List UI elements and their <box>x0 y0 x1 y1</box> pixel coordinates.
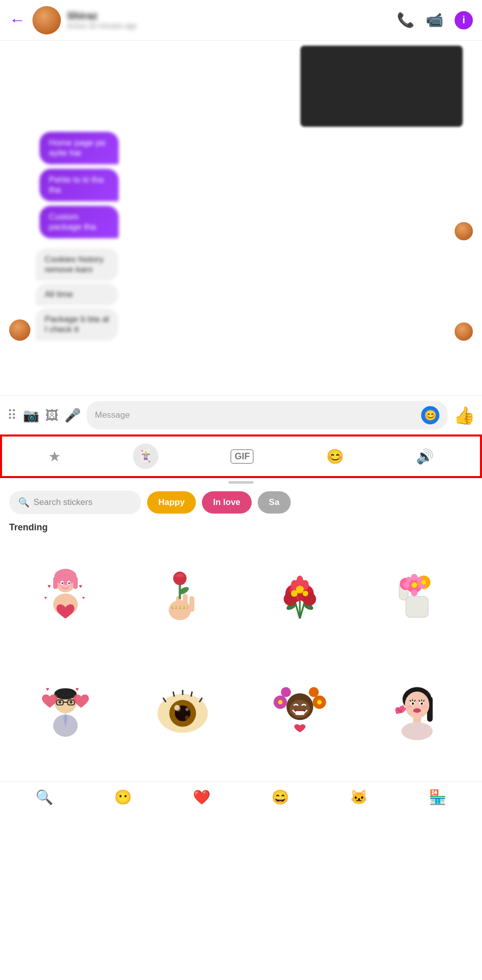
sticker-item[interactable] <box>126 657 238 769</box>
outgoing-message: Home page pe ayite hai <box>40 132 118 164</box>
gif-button[interactable]: GIF <box>230 449 254 464</box>
sticker-item[interactable] <box>244 657 356 769</box>
svg-rect-85 <box>295 711 304 715</box>
message-placeholder: Message <box>95 410 417 420</box>
svg-text:♥: ♥ <box>82 595 85 600</box>
svg-text:♥: ♥ <box>44 595 47 600</box>
sticker-panel: 🔍 Search stickers Happy In love Sa Trend… <box>0 484 482 781</box>
outgoing-message: Custom package tha <box>40 206 118 238</box>
message-input-box[interactable]: Message 😊 <box>87 401 447 429</box>
grid-icon[interactable]: ⠿ <box>7 408 17 423</box>
svg-rect-18 <box>183 594 188 611</box>
nav-heart-icon[interactable]: ❤️ <box>193 789 211 806</box>
favorites-star-icon[interactable]: ★ <box>48 448 61 465</box>
nav-store-icon[interactable]: 🏪 <box>429 789 446 806</box>
outgoing-avatar <box>455 222 473 240</box>
svg-point-59 <box>421 580 426 585</box>
svg-point-66 <box>70 701 73 704</box>
sticker-grid: ♥ ♥ ♥ ♥ <box>9 540 473 652</box>
incoming-message: Package b bta al I check it <box>36 308 118 341</box>
svg-rect-4 <box>73 576 78 589</box>
sticker-search-box[interactable]: 🔍 Search stickers <box>9 491 141 514</box>
incoming-message: All time <box>36 283 118 306</box>
svg-point-65 <box>58 701 61 704</box>
svg-point-100 <box>421 702 423 704</box>
thumbs-up-button[interactable]: 👍 <box>454 405 475 425</box>
svg-point-77 <box>185 708 189 711</box>
contact-info: Shiraz Active 29 minutes ago <box>67 10 397 30</box>
svg-point-56 <box>406 576 411 582</box>
sticker-item[interactable] <box>361 540 473 652</box>
svg-rect-19 <box>189 596 194 612</box>
incoming-avatar <box>9 319 30 341</box>
sticker-item[interactable] <box>244 540 356 652</box>
svg-point-11 <box>69 584 74 587</box>
nav-cat-icon[interactable]: 🐱 <box>350 789 368 806</box>
nav-search-icon[interactable]: 🔍 <box>36 789 53 806</box>
chat-area: Home page pe ayite hai Pehle to ki tha t… <box>0 41 482 395</box>
svg-point-99 <box>411 702 414 704</box>
sticker-toolbar: ★ 🃏 GIF 😊 🔊 <box>0 434 482 478</box>
contact-name[interactable]: Shiraz <box>67 10 397 22</box>
sticker-item[interactable]: ♥ ♥ <box>9 657 121 769</box>
gallery-icon[interactable]: 🖼 <box>45 408 58 423</box>
category-happy[interactable]: Happy <box>147 491 196 514</box>
camera-icon[interactable]: 📷 <box>23 408 39 423</box>
svg-point-91 <box>317 700 322 704</box>
outgoing-message: Pehle to ki tha tha <box>40 169 118 201</box>
svg-text:♥: ♥ <box>47 583 51 589</box>
sticker-item[interactable]: 💕 <box>361 657 473 769</box>
svg-point-52 <box>410 574 417 580</box>
sticker-search-icon: 🔍 <box>18 497 29 508</box>
svg-point-45 <box>296 586 303 593</box>
chat-header: ← Shiraz Active 29 minutes ago 📞 📹 i <box>0 0 482 41</box>
messages-container: Home page pe ayite hai Pehle to ki tha t… <box>0 127 482 346</box>
svg-point-58 <box>411 582 417 588</box>
emoji-button[interactable]: 😊 <box>421 406 439 424</box>
svg-point-89 <box>308 687 319 697</box>
svg-point-107 <box>406 705 412 708</box>
contact-status: Active 29 minutes ago <box>67 22 397 30</box>
svg-point-28 <box>176 605 180 609</box>
incoming-message-group: Cookies history remove karo All time Pac… <box>9 248 473 341</box>
nav-sticker-icon[interactable]: 😶 <box>114 789 132 806</box>
category-inlove[interactable]: In love <box>202 491 252 514</box>
back-button[interactable]: ← <box>9 11 25 29</box>
svg-text:♥: ♥ <box>46 686 49 692</box>
svg-point-29 <box>180 605 184 609</box>
svg-point-96 <box>401 722 433 740</box>
category-sad[interactable]: Sa <box>258 491 291 514</box>
phone-icon[interactable]: 📞 <box>397 12 415 28</box>
info-button[interactable]: i <box>455 11 473 29</box>
svg-point-8 <box>61 582 63 584</box>
input-bar: ⠿ 📷 🖼 🎤 Message 😊 👍 <box>0 395 482 434</box>
drag-bar <box>228 481 254 484</box>
svg-rect-47 <box>406 596 428 618</box>
svg-point-108 <box>422 705 427 708</box>
incoming-messages: Cookies history remove karo All time Pac… <box>36 248 163 341</box>
svg-point-94 <box>404 692 429 718</box>
svg-point-54 <box>403 582 409 588</box>
svg-point-61 <box>54 688 77 699</box>
sticker-search-text: Search stickers <box>33 497 92 507</box>
sticker-pack-icon[interactable]: 🃏 <box>133 444 158 469</box>
svg-point-10 <box>57 584 61 587</box>
mic-icon[interactable]: 🎤 <box>64 408 81 423</box>
emoji-panel-icon[interactable]: 😊 <box>326 448 344 465</box>
incoming-end-avatar <box>455 322 473 341</box>
svg-point-30 <box>184 605 188 609</box>
nav-laugh-icon[interactable]: 😄 <box>271 789 289 806</box>
incoming-message: Cookies history remove karo <box>36 248 118 281</box>
sticker-item[interactable]: ♥ ♥ ♥ ♥ <box>9 540 121 652</box>
svg-point-75 <box>185 715 189 720</box>
svg-text:♥: ♥ <box>79 583 82 589</box>
video-icon[interactable]: 📹 <box>426 12 443 28</box>
trending-title: Trending <box>9 522 473 533</box>
svg-point-25 <box>179 576 186 582</box>
svg-rect-3 <box>53 576 57 589</box>
svg-point-9 <box>68 582 70 584</box>
svg-text:♥: ♥ <box>75 686 79 692</box>
contact-avatar[interactable] <box>32 6 61 34</box>
audio-icon[interactable]: 🔊 <box>416 448 434 465</box>
sticker-item[interactable] <box>126 540 238 652</box>
